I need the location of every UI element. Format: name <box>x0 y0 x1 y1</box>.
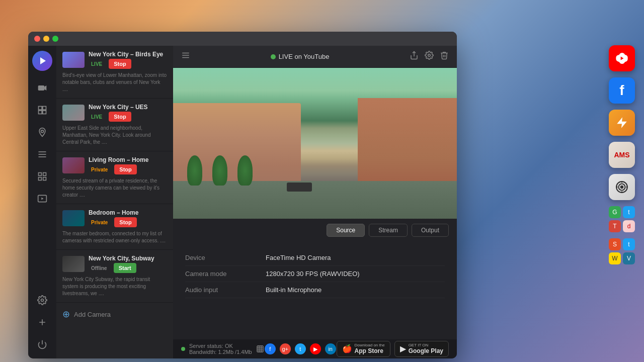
sidebar-item-location[interactable] <box>33 123 51 141</box>
maximize-button[interactable] <box>52 36 58 42</box>
svg-point-7 <box>41 130 44 133</box>
main-content: LIVE on YouTube <box>173 46 457 358</box>
camera-stop-bedroom[interactable]: Stop <box>114 217 136 227</box>
sidebar-item-list[interactable] <box>33 145 51 163</box>
svg-rect-1 <box>38 85 45 90</box>
social-icon-youtube[interactable]: ▶ <box>310 343 321 354</box>
controls-row: Source Stream Output <box>173 219 457 242</box>
camera-mode-label: Camera mode <box>185 270 266 278</box>
dock-small-icon-3[interactable]: T <box>609 220 621 232</box>
info-row-audio-input: Audio input Built-in Microphone <box>185 282 445 298</box>
camera-stop-nyc-ues[interactable]: Stop <box>109 112 131 122</box>
bandwidth-icon <box>256 345 264 353</box>
camera-item-bedroom[interactable]: Bedroom – Home Private Stop The master b… <box>56 204 173 250</box>
camera-thumb-nyc-birds-eye <box>62 52 85 68</box>
google-play-icon: ▶ <box>400 344 406 353</box>
camera-stop-living-room[interactable]: Stop <box>114 164 136 174</box>
menu-icon[interactable] <box>181 51 190 62</box>
status-left: Server status: OK Bandwidth: 1.2Mb /1.4M… <box>181 343 264 355</box>
social-icon-googleplus[interactable]: g+ <box>280 343 291 354</box>
camera-item-living-room[interactable]: Living Room – Home Private Stop Secured … <box>56 151 173 204</box>
camera-name-nyc-subway: New York City, Subway <box>89 255 167 262</box>
minimize-button[interactable] <box>43 36 49 42</box>
svg-rect-26 <box>257 346 263 352</box>
title-bar <box>28 32 457 46</box>
camera-item-nyc-subway[interactable]: New York City, Subway Offline Start New … <box>56 250 173 303</box>
video-preview <box>173 68 457 219</box>
google-play-button[interactable]: ▶ GET IT ON Google Play <box>394 341 449 357</box>
svg-rect-12 <box>43 173 46 176</box>
social-icon-facebook[interactable]: f <box>265 343 276 354</box>
social-icons-bar: f g+ t ▶ in <box>265 343 336 354</box>
svg-rect-4 <box>43 107 46 110</box>
sidebar-item-cameras[interactable] <box>33 79 51 97</box>
dock-icon-facebook[interactable]: f <box>609 77 635 104</box>
sidebar-item-settings[interactable] <box>33 291 51 309</box>
svg-point-17 <box>41 299 44 302</box>
info-row-device: Device FaceTime HD Camera <box>185 250 445 266</box>
dock-small-icon-4[interactable]: d <box>623 220 635 232</box>
camera-thumb-bedroom <box>62 210 85 226</box>
sidebar <box>28 46 56 358</box>
dock-small-icon-8[interactable]: V <box>623 252 635 264</box>
sidebar-item-addons[interactable] <box>33 313 51 331</box>
camera-status-nyc-birds-eye: LIVE <box>89 61 105 67</box>
tab-stream[interactable]: Stream <box>369 224 408 237</box>
share-icon[interactable] <box>410 51 419 62</box>
dock-small-icon-2[interactable]: t <box>623 206 635 218</box>
svg-marker-0 <box>40 57 46 64</box>
sidebar-item-power[interactable] <box>33 335 51 353</box>
tab-source[interactable]: Source <box>327 224 365 237</box>
svg-rect-11 <box>39 173 42 176</box>
camera-stop-nyc-birds-eye[interactable]: Stop <box>109 59 131 69</box>
dock-small-icon-5[interactable]: S <box>609 238 621 250</box>
live-status-text: LIVE on YouTube <box>279 53 330 60</box>
camera-item-nyc-birds-eye[interactable]: New York City – Birds Eye LIVE Stop Bird… <box>56 46 173 99</box>
camera-thumb-nyc-ues <box>62 105 85 121</box>
dock-icon-youtube[interactable] <box>609 45 635 71</box>
camera-name-living-room: Living Room – Home <box>89 156 167 163</box>
camera-status-nyc-subway: Offline <box>89 265 110 272</box>
sidebar-item-scenes[interactable] <box>33 101 51 119</box>
camera-thumb-nyc-subway <box>62 256 85 272</box>
delete-icon[interactable] <box>440 51 449 62</box>
server-status-dot <box>181 347 185 351</box>
close-button[interactable] <box>34 36 40 42</box>
svg-point-25 <box>428 54 431 57</box>
dock-small-icon-1[interactable]: G <box>609 206 621 218</box>
street-tree-3 <box>237 155 253 186</box>
camera-desc-nyc-subway: New York City Subway, the rapid transit … <box>62 276 167 297</box>
svg-rect-6 <box>43 111 46 114</box>
dock-small-icon-6[interactable]: t <box>623 238 635 250</box>
app-store-button[interactable]: 🍎 Download on the App Store <box>337 341 390 357</box>
main-window: New York City – Birds Eye LIVE Stop Bird… <box>28 32 457 358</box>
google-play-big-text: Google Play <box>409 348 443 354</box>
camera-status-nyc-ues: LIVE <box>89 114 105 120</box>
camera-desc-bedroom: The master bedroom, connected to my list… <box>62 230 167 244</box>
street-tree-1 <box>187 155 202 186</box>
camera-status-living-room: Private <box>89 166 110 173</box>
camera-item-nyc-ues[interactable]: New York City – UES LIVE Stop Upper East… <box>56 99 173 151</box>
social-icon-twitter[interactable]: t <box>295 343 306 354</box>
live-indicator: LIVE on YouTube <box>196 53 404 60</box>
dock-icon-lightning[interactable] <box>609 110 635 136</box>
camera-desc-living-room: Secured stream of a private residence, t… <box>62 177 167 199</box>
sidebar-item-grid[interactable] <box>33 167 51 186</box>
app-logo[interactable] <box>32 51 52 71</box>
sidebar-item-playback[interactable] <box>33 190 51 208</box>
add-camera-button[interactable]: ⊕ Add Camera <box>56 303 173 326</box>
tab-output[interactable]: Output <box>412 224 449 237</box>
right-dock: f AMS G t T d S t W V <box>609 45 635 264</box>
camera-start-nyc-subway[interactable]: Start <box>114 263 136 273</box>
social-icon-linkedin[interactable]: in <box>325 343 336 354</box>
audio-input-label: Audio input <box>185 286 266 294</box>
dock-small-icon-7[interactable]: W <box>609 252 621 264</box>
settings-icon[interactable] <box>425 51 434 62</box>
dock-small-icons: G t T d <box>609 206 635 232</box>
dock-icon-ams[interactable]: AMS <box>609 142 635 168</box>
apple-icon: 🍎 <box>342 344 352 353</box>
dock-icon-target[interactable] <box>609 174 635 200</box>
street-trees <box>187 155 253 186</box>
info-panel: Device FaceTime HD Camera Camera mode 12… <box>173 242 457 339</box>
street-road <box>173 181 457 219</box>
